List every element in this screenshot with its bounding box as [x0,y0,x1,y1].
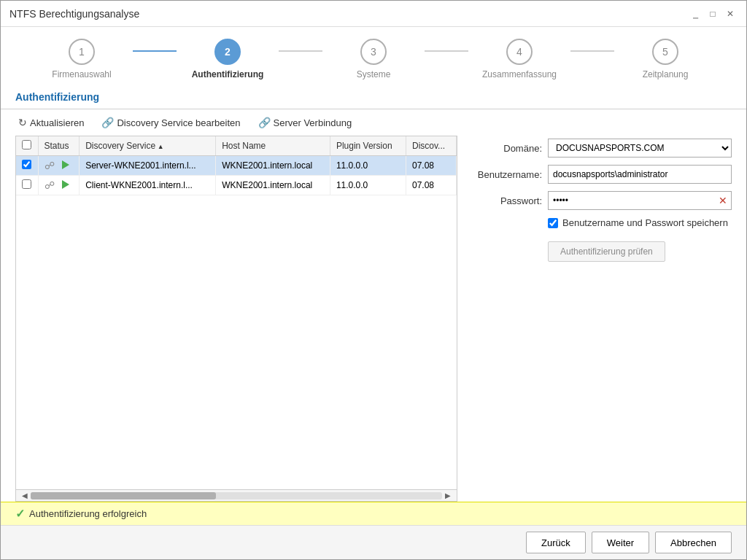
password-wrapper: ✕ [548,191,732,210]
save-credentials-checkbox[interactable] [548,218,558,228]
col-hostname[interactable]: Host Name [216,136,330,156]
step-5-circle: 5 [652,39,678,65]
row2-plugin: 11.0.0.0 [330,176,406,195]
step-3: 3 Systeme [322,39,425,79]
footer: Zurück Weiter Abbrechen [1,525,746,559]
step-line-4 [570,50,614,52]
data-table: Status Discovery Service Host Name Plugi… [16,136,457,195]
row2-network-icon: ☍ [44,179,55,191]
row1-checkbox-cell [16,156,38,176]
cancel-button[interactable]: Abbrechen [655,532,732,553]
col-discovery[interactable]: Discovery Service [80,136,216,156]
row1-hostname: WKNE2001.intern.local [216,156,330,176]
domain-row: Domäne: DOCUSNAPSPORTS.COM [469,139,732,158]
main-split: Status Discovery Service Host Name Plugi… [1,136,746,502]
row1-discov: 07.08 [406,156,456,176]
discovery-service-button[interactable]: 🔗 Discovery Service bearbeiten [98,115,243,130]
step-5-label: Zeitplanung [643,69,689,79]
step-5: 5 Zeitplanung [614,39,716,79]
password-input[interactable] [548,191,732,210]
row2-discov: 07.08 [406,176,456,195]
clear-password-button[interactable]: ✕ [716,193,730,208]
back-button[interactable]: Zurück [526,532,586,553]
row1-play-icon [62,160,69,169]
server-label: Server Verbindung [274,117,352,128]
window-controls: ⎯ □ ✕ [688,7,738,21]
save-credentials-row: Benutzername und Passwort speichern [548,217,732,228]
row1-plugin: 11.0.0.0 [330,156,406,176]
row1-network-icon: ☍ [44,160,55,171]
scroll-left-icon[interactable]: ◀ [19,491,31,499]
scrollbar-thumb[interactable] [31,492,216,499]
step-4-label: Zusammenfassung [482,69,557,79]
step-line-1 [133,50,177,52]
step-2-label: Authentifizierung [192,69,264,79]
col-status: Status [38,136,80,156]
auth-check-button[interactable]: Authentifizierung prüfen [548,241,665,262]
table-row[interactable]: ☍ Client-WKNE2001.intern.l... WKNE2001.i… [16,176,457,195]
step-line-3 [425,50,468,52]
step-3-circle: 3 [360,39,387,65]
wizard-steps: 1 Firmenauswahl 2 Authentifizierung 3 Sy… [1,27,746,85]
row1-discovery: Server-WKNE2001.intern.l... [80,156,216,176]
minimize-button[interactable]: ⎯ [688,7,703,21]
refresh-icon: ↻ [18,117,27,128]
right-panel: Domäne: DOCUSNAPSPORTS.COM Benutzername:… [469,136,732,502]
step-4-circle: 4 [506,39,533,65]
main-window: NTFS Berechtigungsanalyse ⎯ □ ✕ 1 Firmen… [0,0,747,560]
server-connection-button[interactable]: 🔗 Server Verbindung [255,115,355,130]
close-button[interactable]: ✕ [723,7,738,21]
server-icon: 🔗 [258,117,271,128]
discovery-icon: 🔗 [101,117,114,128]
col-checkbox [16,136,38,156]
username-label: Benutzername: [469,169,542,180]
password-label: Passwort: [469,195,542,206]
step-3-label: Systeme [357,69,391,79]
username-input[interactable] [548,165,732,184]
step-1-label: Firmenauswahl [52,69,111,79]
table-area: Status Discovery Service Host Name Plugi… [15,136,457,502]
discovery-label: Discovery Service bearbeiten [117,117,240,128]
step-line-2 [279,50,322,52]
step-4: 4 Zusammenfassung [468,39,570,79]
step-1-circle: 1 [69,39,95,65]
password-row: Passwort: ✕ [469,191,732,210]
row2-discovery: Client-WKNE2001.intern.l... [80,176,216,195]
domain-select[interactable]: DOCUSNAPSPORTS.COM [548,139,732,158]
status-check-icon: ✓ [15,507,25,521]
select-all-checkbox[interactable] [22,140,31,149]
horizontal-scrollbar[interactable]: ◀ ▶ [16,489,457,501]
status-bar: ✓ Authentifizierung erfolgreich [1,502,746,525]
table-wrapper[interactable]: Status Discovery Service Host Name Plugi… [16,136,457,489]
row2-checkbox[interactable] [22,179,31,189]
col-discov[interactable]: Discov... [406,136,456,156]
window-title: NTFS Berechtigungsanalyse [9,8,139,20]
next-button[interactable]: Weiter [592,532,649,553]
domain-label: Domäne: [469,143,542,154]
title-bar: NTFS Berechtigungsanalyse ⎯ □ ✕ [1,1,746,27]
section-header: Authentifizierung [1,85,746,109]
section-title: Authentifizierung [15,91,99,103]
row2-status: ☍ [38,176,80,195]
row2-hostname: WKNE2001.intern.local [216,176,330,195]
step-2: 2 Authentifizierung [177,39,279,79]
refresh-button[interactable]: ↻ Aktualisieren [15,115,87,130]
content-area: 1 Firmenauswahl 2 Authentifizierung 3 Sy… [1,27,746,559]
row2-checkbox-cell [16,176,38,195]
auth-btn-wrapper: Authentifizierung prüfen [469,241,732,262]
save-credentials-label: Benutzername und Passwort speichern [562,217,728,228]
scroll-right-icon[interactable]: ▶ [442,491,454,499]
username-row: Benutzername: [469,165,732,184]
row1-checkbox[interactable] [22,160,31,169]
row1-status: ☍ [38,156,80,176]
maximize-button[interactable]: □ [705,7,720,21]
step-container: 1 Firmenauswahl 2 Authentifizierung 3 Sy… [31,39,716,79]
table-row[interactable]: ☍ Server-WKNE2001.intern.l... WKNE2001.i… [16,156,457,176]
step-2-circle: 2 [214,39,241,65]
status-text: Authentifizierung erfolgreich [29,508,147,519]
toolbar: ↻ Aktualisieren 🔗 Discovery Service bear… [1,109,746,136]
row2-play-icon [62,180,69,189]
col-plugin[interactable]: Plugin Version [330,136,406,156]
step-1: 1 Firmenauswahl [31,39,133,79]
scrollbar-track[interactable] [31,492,442,499]
